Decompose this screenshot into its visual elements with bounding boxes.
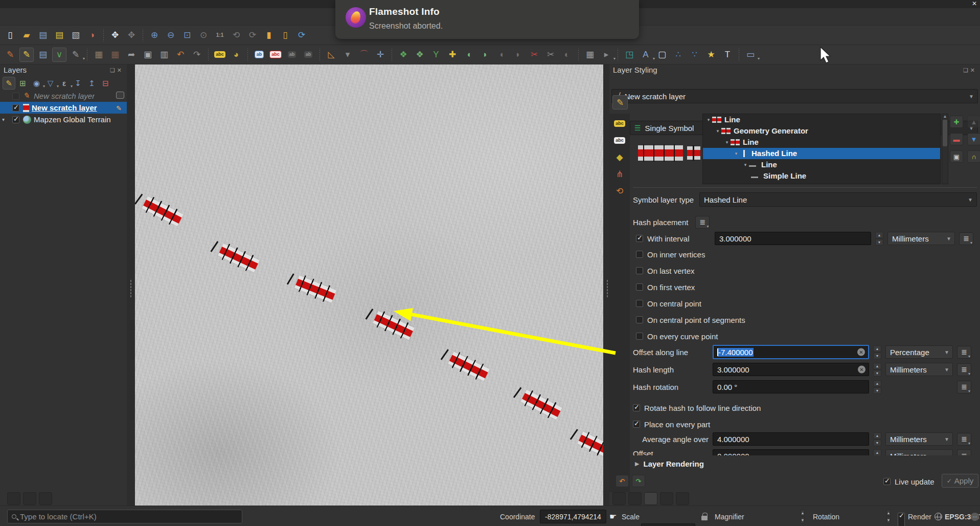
expand-caret-icon[interactable]: ▾ [705,114,712,125]
open-project-button[interactable]: ▰ [19,28,34,42]
zoom-native-button[interactable]: 1:1 [213,28,227,42]
symbol-layer-type-select[interactable]: Hashed Line ▼ [699,192,977,207]
symbol-tree-row[interactable]: ▾ Line [703,159,940,170]
remove-symbol-layer-button[interactable]: ▬ [950,133,963,145]
lock-layer-color-button[interactable]: ∩ [967,150,980,163]
vertex-tool-button[interactable]: ✛ [373,48,388,62]
cut-features-button[interactable]: ➦ [124,48,139,62]
copy-features-button[interactable]: ▣ [141,48,155,62]
split-features-button[interactable]: Y [429,48,443,62]
offset-unit-select[interactable]: Percentage ▼ [885,345,953,359]
rotation-spinner[interactable]: ▲▼ [884,510,893,523]
measure-line-button[interactable]: ◺ [324,48,338,62]
save-project-button[interactable]: ▤ [36,28,50,42]
filter-legend-button[interactable]: ▽ [44,77,57,90]
layer-visibility-checkbox[interactable] [12,104,19,112]
symbol-preview-small[interactable] [687,146,700,160]
dock-tab[interactable] [644,492,657,505]
pan-map-button[interactable]: ✥ [108,28,122,42]
delete-part-button[interactable]: ◗ [511,48,525,62]
clear-value-icon[interactable]: ✕ [858,366,865,374]
data-defined-override-button[interactable]: ≣ [957,433,971,446]
html-annotation-button[interactable]: ab [301,48,315,62]
data-defined-override-button[interactable]: ≣ [957,363,971,376]
symbol-tree-row[interactable]: ▾ Line [703,137,940,148]
layer-tree-item[interactable]: ▾ New scratch layer [0,90,127,102]
fill-ring-button[interactable]: ◖ [462,48,476,62]
locator-search[interactable] [7,510,242,523]
clipped-row-spinner[interactable]: ▲▼ [873,449,881,455]
data-defined-override-button[interactable]: ≣ [957,381,971,393]
clipped-row-unit-select[interactable]: Millimeters [885,449,953,455]
data-defined-override-button[interactable]: ≣ [695,216,710,229]
render-checkbox[interactable] [898,513,905,526]
layer-diagram-button[interactable]: ◕ [229,48,243,62]
data-defined-override-button[interactable]: ≣ [957,449,971,455]
save-project-as-button[interactable]: ▤ [52,28,66,42]
average-angle-unit-select[interactable]: Millimeters ▼ [885,432,953,446]
attribute-table-button[interactable]: ▦ [583,48,597,62]
zoom-in-button[interactable]: ⊕ [147,28,162,42]
rotate-feature-button[interactable]: ❖ [413,48,427,62]
placement-checkbox[interactable] [636,251,643,258]
zoom-next-button[interactable]: ⟳ [245,28,260,42]
dock-tab[interactable] [628,492,642,505]
with-interval-spinner[interactable]: ▲▼ [875,232,883,245]
offset-curve-button[interactable]: ✂ [543,48,558,62]
zoom-to-selection-button[interactable]: ⊙ [196,28,211,42]
text-format-button[interactable]: A [639,48,653,62]
run-feature-action-button[interactable]: ▸ [599,48,613,62]
move-layer-up-button[interactable]: ▲ [967,116,980,128]
text-annotation-button[interactable]: abc [268,48,283,62]
hash-length-input[interactable]: 3.000000 ✕ [713,363,869,376]
hash-length-unit-select[interactable]: Millimeters ▼ [885,363,953,376]
favorites-button[interactable]: ★ [704,48,718,62]
panel-dock-icons[interactable]: ❏✕ [110,64,124,76]
symbol-tree-row[interactable]: ▾ Line [703,114,940,125]
annotation-frame-button[interactable]: ◳ [622,48,636,62]
measure-options-button[interactable]: ▾ [340,48,355,62]
add-ring-button[interactable]: ✚ [445,48,460,62]
style-manager-button[interactable]: ◑ [85,28,99,42]
lock-scale-icon[interactable] [701,510,708,523]
add-symbol-layer-button[interactable]: ✚ [950,116,963,128]
expand-caret-icon[interactable]: ▾ [723,137,731,148]
placement-checkbox[interactable] [636,316,643,323]
expand-caret-icon[interactable]: ▾ [714,125,721,137]
offset-along-line-input[interactable]: -7.400000 ✕ [713,345,869,359]
dock-tab[interactable] [660,492,673,505]
select-annotation-button[interactable]: ▢ [655,48,669,62]
layer-tree-item[interactable]: ▾ New scratch layer [0,102,127,114]
messages-button[interactable]: ⋯ [971,510,979,523]
zoom-out-button[interactable]: ⊖ [164,28,178,42]
tab-history-button[interactable]: ⟲ [612,184,627,198]
placement-checkbox[interactable] [636,267,643,274]
pan-to-selection-button[interactable]: ✥ [124,28,139,42]
modify-attributes-button[interactable]: ▦ [92,48,106,62]
place-every-part-checkbox[interactable] [633,421,640,428]
merge-features-button[interactable]: ❖ [396,48,411,62]
new-bookmark-button[interactable]: ▮ [262,28,276,42]
new-layout-button[interactable]: ▭ [743,48,758,62]
undo-edit-button[interactable]: ↶ [173,48,188,62]
zoom-full-button[interactable]: ⊡ [180,28,194,42]
with-interval-unit-select[interactable]: Millimeters ▼ [887,232,955,245]
text-along-line-button[interactable]: T [720,48,735,62]
dock-tab[interactable] [676,492,689,505]
placement-checkbox[interactable] [636,300,643,307]
paste-features-button[interactable]: ▥ [157,48,171,62]
refresh-map-button[interactable]: ⟳ [294,28,309,42]
placement-checkbox[interactable] [636,333,643,340]
layer-tree-item[interactable]: ▾ Mapzen Global Terrain [0,114,127,125]
average-angle-input[interactable]: 4.000000 [713,432,869,446]
locator-input[interactable] [20,512,214,521]
tab-diagrams-button[interactable]: ⋔ [612,167,627,181]
scale-combobox[interactable]: 1:198176 ▼ [641,523,695,526]
expand-all-button[interactable]: ↧ [72,77,84,90]
open-layer-styling-button[interactable]: ✎ [3,77,15,90]
move-layer-down-button[interactable]: ▼ [967,133,980,145]
delete-selected-button[interactable]: ▦ [108,48,122,62]
node-tool-a-button[interactable]: ∴ [671,48,686,62]
manage-map-themes-button[interactable]: ◉ [30,77,43,90]
clipped-row-input[interactable]: 0.000000 [713,449,869,455]
